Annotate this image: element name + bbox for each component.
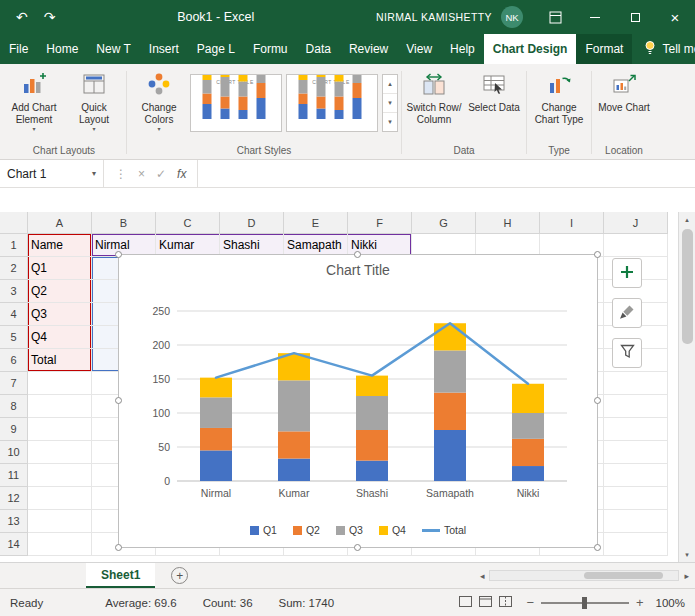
chart-handle-nw[interactable] — [115, 251, 122, 258]
row-header-12[interactable]: 12 — [0, 487, 28, 510]
cell-A9[interactable] — [28, 418, 92, 441]
cell-J11[interactable] — [604, 464, 668, 487]
maximize-icon[interactable] — [615, 0, 655, 34]
tab-help[interactable]: Help — [441, 34, 484, 64]
cell-A8[interactable] — [28, 395, 92, 418]
hscroll-left-icon[interactable]: ◂ — [480, 571, 485, 581]
status-count[interactable]: Count: 36 — [203, 597, 253, 609]
change-colors-button[interactable]: Change Colors ▾ — [130, 67, 188, 132]
cell-J7[interactable] — [604, 372, 668, 395]
zoom-slider-handle[interactable] — [582, 597, 587, 609]
row-header-13[interactable]: 13 — [0, 510, 28, 533]
cell-A7[interactable] — [28, 372, 92, 395]
chart-handle-se[interactable] — [594, 544, 601, 551]
redo-icon[interactable]: ↷ — [44, 10, 56, 24]
select-all-corner[interactable] — [0, 212, 28, 234]
zoom-slider[interactable] — [541, 602, 629, 604]
col-header-I[interactable]: I — [540, 212, 604, 234]
row-header-8[interactable]: 8 — [0, 395, 28, 418]
row-header-3[interactable]: 3 — [0, 280, 28, 303]
chart-filters-button[interactable] — [612, 338, 642, 368]
cell-A13[interactable] — [28, 510, 92, 533]
cell-J9[interactable] — [604, 418, 668, 441]
col-header-B[interactable]: B — [92, 212, 156, 234]
chart-handle-s[interactable] — [354, 544, 361, 551]
quick-layout-button[interactable]: Quick Layout ▾ — [65, 67, 123, 132]
select-data-button[interactable]: Select Data — [465, 67, 523, 114]
status-sum[interactable]: Sum: 1740 — [279, 597, 335, 609]
row-header-1[interactable]: 1 — [0, 234, 28, 257]
row-header-11[interactable]: 11 — [0, 464, 28, 487]
normal-view-icon[interactable] — [459, 596, 472, 609]
col-header-D[interactable]: D — [220, 212, 284, 234]
cell-A6[interactable]: Total — [28, 349, 92, 372]
horizontal-scroll-thumb[interactable] — [584, 572, 663, 579]
col-header-F[interactable]: F — [348, 212, 412, 234]
cell-J12[interactable] — [604, 487, 668, 510]
col-header-J[interactable]: J — [604, 212, 668, 234]
cell-A3[interactable]: Q2 — [28, 280, 92, 303]
cell-J14[interactable] — [604, 533, 668, 556]
row-header-5[interactable]: 5 — [0, 326, 28, 349]
col-header-E[interactable]: E — [284, 212, 348, 234]
chart-handle-sw[interactable] — [115, 544, 122, 551]
page-layout-view-icon[interactable] — [479, 596, 492, 609]
chart-style-thumbnail-2[interactable]: CHART TITLE — [286, 74, 378, 132]
row-header-2[interactable]: 2 — [0, 257, 28, 280]
cell-A14[interactable] — [28, 533, 92, 556]
tab-format[interactable]: Format — [576, 34, 632, 64]
row-header-10[interactable]: 10 — [0, 441, 28, 464]
chevron-down-icon[interactable]: ▾ — [92, 169, 96, 178]
tab-view[interactable]: View — [397, 34, 441, 64]
gallery-up-icon[interactable]: ▴ — [383, 75, 397, 94]
cell-J10[interactable] — [604, 441, 668, 464]
chart-handle-ne[interactable] — [594, 251, 601, 258]
col-header-A[interactable]: A — [28, 212, 92, 234]
chart[interactable]: Chart Title 050100150200250NirmalKumarSh… — [118, 254, 598, 548]
scroll-down-icon[interactable]: ▾ — [679, 547, 695, 562]
row-header-4[interactable]: 4 — [0, 303, 28, 326]
col-header-G[interactable]: G — [412, 212, 476, 234]
hscroll-right-icon[interactable]: ▸ — [684, 571, 689, 581]
name-box[interactable]: Chart 1 ▾ — [0, 160, 104, 187]
enter-icon[interactable]: ✓ — [156, 167, 166, 181]
col-header-C[interactable]: C — [156, 212, 220, 234]
avatar[interactable]: NK — [501, 6, 523, 28]
chart-style-thumbnail-1[interactable]: CHART TITLE — [190, 74, 282, 132]
chart-elements-button[interactable] — [612, 258, 642, 288]
cell-J8[interactable] — [604, 395, 668, 418]
chart-title[interactable]: Chart Title — [326, 262, 390, 283]
vertical-scroll-thumb[interactable] — [682, 229, 693, 344]
zoom-level[interactable]: 100% — [656, 597, 685, 609]
row-header-6[interactable]: 6 — [0, 349, 28, 372]
chart-handle-n[interactable] — [354, 251, 361, 258]
switch-row-column-button[interactable]: Switch Row/ Column — [405, 67, 463, 125]
tab-file[interactable]: File — [0, 34, 37, 64]
tab-new-t[interactable]: New T — [87, 34, 139, 64]
cell-A5[interactable]: Q4 — [28, 326, 92, 349]
page-break-view-icon[interactable] — [499, 596, 512, 609]
tab-review[interactable]: Review — [340, 34, 397, 64]
zoom-out-icon[interactable]: − — [526, 596, 534, 609]
cell-A10[interactable] — [28, 441, 92, 464]
tell-me[interactable]: Tell me — [632, 34, 695, 64]
tab-formu[interactable]: Formu — [244, 34, 297, 64]
add-chart-element-button[interactable]: Add Chart Element ▾ — [5, 67, 63, 132]
row-header-7[interactable]: 7 — [0, 372, 28, 395]
tab-page-l[interactable]: Page L — [188, 34, 244, 64]
formula-input[interactable] — [198, 160, 695, 187]
insert-function-icon[interactable]: fx — [177, 167, 186, 181]
sheet-tab-sheet1[interactable]: Sheet1 — [86, 563, 155, 588]
chart-handle-w[interactable] — [115, 397, 122, 404]
close-icon[interactable]: × — [655, 0, 695, 34]
col-header-H[interactable]: H — [476, 212, 540, 234]
ribbon-display-options-icon[interactable] — [535, 0, 575, 34]
tab-chart-design[interactable]: Chart Design — [484, 34, 577, 64]
scroll-up-icon[interactable]: ▴ — [679, 212, 695, 227]
row-header-14[interactable]: 14 — [0, 533, 28, 556]
horizontal-scrollbar[interactable] — [489, 570, 679, 581]
cancel-icon[interactable]: × — [138, 167, 145, 181]
gallery-more-icon[interactable]: ▾ — [383, 113, 397, 131]
chart-handle-e[interactable] — [594, 397, 601, 404]
cell-J1[interactable] — [604, 234, 668, 257]
